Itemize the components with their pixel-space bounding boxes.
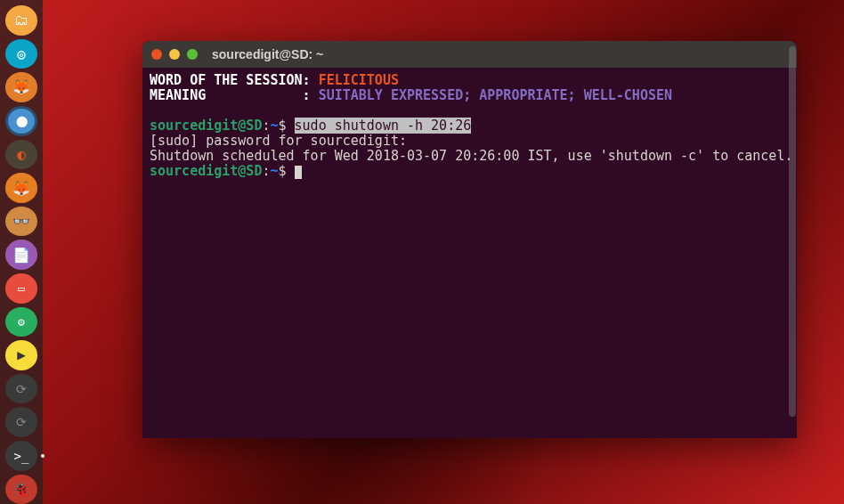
launcher-app-icon[interactable]: ⟳ [5,374,37,404]
prompt-user-host: sourcedigit@SD [150,163,262,179]
launcher-running-indicator [41,454,45,458]
launcher-media-icon[interactable]: ▶ [5,340,37,370]
terminal-scrollbar[interactable] [789,46,796,417]
schedule-line: Shutdown scheduled for Wed 2018-03-07 20… [150,148,792,164]
prompt-path: ~ [270,118,278,134]
session-word-value: FELICITOUS [319,72,399,88]
launcher-app-icon[interactable]: ◐ [5,140,37,170]
launcher-app-icon[interactable]: ◎ [5,39,37,69]
command-text: sudo shutdown -h 20:26 [295,118,472,134]
launcher-terminal-icon[interactable]: >_ [5,441,37,471]
launcher-editor-icon[interactable]: 📄 [5,240,37,270]
window-titlebar[interactable]: sourcedigit@SD: ~ [142,41,797,68]
terminal-content[interactable]: WORD OF THE SESSION: FELICITOUS MEANING … [142,68,797,438]
launcher-files-icon[interactable]: 🗂 [5,5,37,36]
window-minimize-button[interactable] [169,49,180,60]
terminal-cursor [295,166,302,179]
launcher-slides-icon[interactable]: ▭ [5,273,37,304]
launcher-settings-icon[interactable]: ⚙ [5,307,37,337]
launcher-firefox-icon[interactable]: 🦊 [5,72,37,102]
window-title: sourcedigit@SD: ~ [212,47,323,61]
launcher-app-icon[interactable]: 🐞 [5,475,37,505]
launcher-app-icon[interactable]: 🦊 [5,173,37,203]
session-word-label: WORD OF THE SESSION: [150,72,319,88]
launcher-chromium-icon[interactable]: ⬤ [5,106,37,136]
prompt-user-host: sourcedigit@SD [150,118,262,134]
prompt-path: ~ [270,163,278,179]
session-meaning-label: MEANING : [150,87,319,103]
sudo-prompt-line: [sudo] password for sourcedigit: [150,133,407,149]
terminal-window: sourcedigit@SD: ~ WORD OF THE SESSION: F… [142,41,797,438]
launcher-app-icon[interactable]: ⟳ [5,407,37,437]
prompt-sigil: $ [279,163,295,179]
launcher-app-icon[interactable]: 👓 [5,207,37,237]
launcher-dock: 🗂 ◎ 🦊 ⬤ ◐ 🦊 👓 📄 ▭ ⚙ ▶ ⟳ ⟳ >_ 🐞 [0,0,43,504]
window-close-button[interactable] [151,49,162,60]
window-maximize-button[interactable] [187,49,198,60]
prompt-sigil: $ [279,118,295,134]
session-meaning-value: SUITABLY EXPRESSED; APPROPRIATE; WELL-CH… [319,87,672,103]
